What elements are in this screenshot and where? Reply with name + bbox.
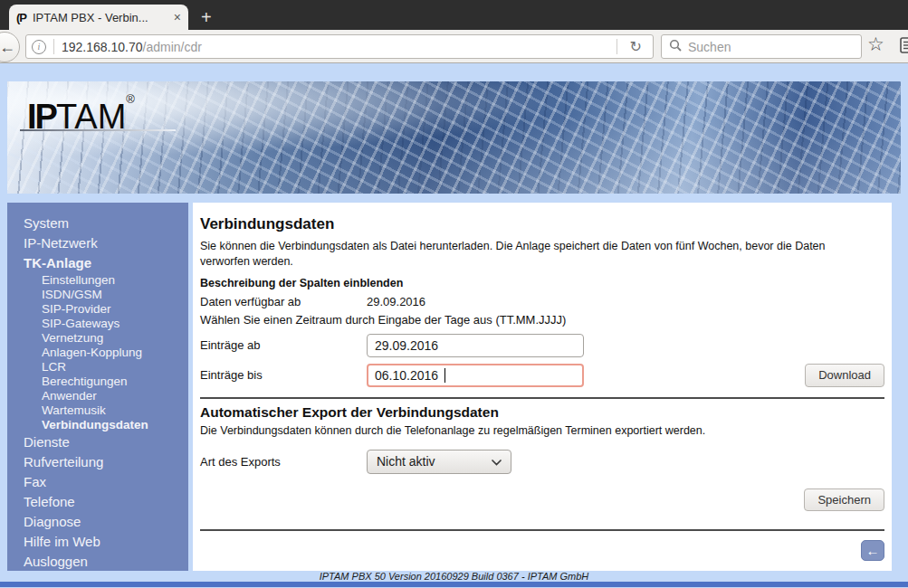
divider xyxy=(200,529,884,531)
sidebar-item-verbindungsdaten[interactable]: Verbindungsdaten xyxy=(7,418,188,432)
export-type-select[interactable]: Nicht aktiv xyxy=(367,450,511,474)
sidebar-item-berechtigungen[interactable]: Berechtigungen xyxy=(7,375,188,389)
iptam-banner: IPTAM® xyxy=(7,81,901,194)
export-type-row: Art des Exports Nicht aktiv xyxy=(200,450,884,474)
search-icon xyxy=(669,39,682,55)
tab-title: IPTAM PBX - Verbin... xyxy=(33,11,167,24)
divider xyxy=(616,39,617,54)
sidebar-item-diagnose[interactable]: Diagnose xyxy=(7,512,188,532)
logo-registered-mark: ® xyxy=(126,92,135,106)
sidebar-item-ip-netzwerk[interactable]: IP-Netzwerk xyxy=(7,233,188,253)
page-viewport: IPTAM® SystemIP-NetzwerkTK-AnlageEinstel… xyxy=(0,81,908,588)
info-icon[interactable]: i xyxy=(32,40,46,54)
sidebar-item-vernetzung[interactable]: Vernetzung xyxy=(7,331,188,346)
available-from-value: 29.09.2016 xyxy=(367,295,425,308)
export-type-label: Art des Exports xyxy=(200,455,367,469)
back-button[interactable]: ← xyxy=(0,32,20,62)
text-caret xyxy=(444,368,445,383)
url-host: 192.168.10.70 xyxy=(62,40,143,54)
browser-tab[interactable]: (P IPTAM PBX - Verbin... × xyxy=(9,5,188,30)
sidebar-item-anwender[interactable]: Anwender xyxy=(7,389,188,403)
sidebar-item-wartemusik[interactable]: Wartemusik xyxy=(7,403,188,418)
sidebar-item-rufverteilung[interactable]: Rufverteilung xyxy=(7,452,188,472)
bottom-strip xyxy=(0,582,908,587)
tab-close-icon[interactable]: × xyxy=(174,10,181,24)
toggle-column-description[interactable]: Beschreibung der Spalten einblenden xyxy=(200,277,884,289)
entries-from-input[interactable] xyxy=(367,334,584,357)
bookmarks-menu-icon[interactable] xyxy=(900,37,908,57)
entries-from-row: Einträge ab xyxy=(200,334,884,357)
sidebar-item-sip-provider[interactable]: SIP-Provider xyxy=(7,302,188,317)
export-section-title: Automatischer Export der Verbindungsdate… xyxy=(200,404,884,421)
sidebar-item-system[interactable]: System xyxy=(7,213,188,233)
download-button[interactable]: Download xyxy=(805,364,884,387)
entries-to-input[interactable] xyxy=(367,364,584,387)
iptam-favicon-icon: (P xyxy=(16,11,26,24)
reload-icon[interactable]: ↻ xyxy=(625,38,647,55)
sidebar-item-ausloggen[interactable]: Ausloggen xyxy=(7,552,188,572)
url-bar[interactable]: i 192.168.10.70/admin/cdr ↻ xyxy=(25,34,654,59)
browser-toolbar: ← i 192.168.10.70/admin/cdr ↻ Suchen ☆ xyxy=(0,30,908,63)
sidebar-item-sip-gateways[interactable]: SIP-Gateways xyxy=(7,317,188,331)
sidebar-item-einstellungen[interactable]: Einstellungen xyxy=(7,273,188,288)
sidebar: SystemIP-NetzwerkTK-AnlageEinstellungenI… xyxy=(7,203,188,571)
new-tab-button[interactable]: + xyxy=(201,5,212,29)
save-row: Speichern xyxy=(200,488,884,511)
save-button[interactable]: Speichern xyxy=(804,488,884,511)
search-box[interactable]: Suchen xyxy=(661,34,862,59)
entries-to-label: Einträge bis xyxy=(200,368,367,382)
export-description: Die Verbindungsdaten können durch die Te… xyxy=(200,424,884,437)
sidebar-item-hilfe-im-web[interactable]: Hilfe im Web xyxy=(7,532,188,552)
page-title: Verbindungsdaten xyxy=(200,215,884,233)
data-available-row: Daten verfügbar ab 29.09.2016 xyxy=(200,295,884,308)
sidebar-item-lcr[interactable]: LCR xyxy=(7,360,188,375)
back-arrow-icon: ← xyxy=(0,38,15,57)
sidebar-item-anlagen-kopplung[interactable]: Anlagen-Kopplung xyxy=(7,346,188,360)
export-type-value: Nicht aktiv xyxy=(377,454,435,469)
browser-window: (P IPTAM PBX - Verbin... × + ← i 192.168… xyxy=(0,0,908,63)
footer-version-text: IPTAM PBX 50 Version 20160929 Build 0367… xyxy=(320,571,589,582)
back-arrow-icon: ← xyxy=(866,543,880,558)
entries-to-row: Einträge bis Download xyxy=(200,364,884,387)
chevron-down-icon xyxy=(492,454,502,469)
footer-bar: IPTAM PBX 50 Version 20160929 Build 0367… xyxy=(0,571,908,582)
back-link-button[interactable]: ← xyxy=(861,540,884,561)
divider xyxy=(53,39,54,54)
available-from-label: Daten verfügbar ab xyxy=(200,295,367,308)
entries-from-label: Einträge ab xyxy=(200,338,367,352)
url-path: /admin/cdr xyxy=(143,40,202,54)
sidebar-item-tk-anlage[interactable]: TK-Anlage xyxy=(7,253,188,273)
logo-underline xyxy=(20,129,176,131)
sidebar-item-isdn-gsm[interactable]: ISDN/GSM xyxy=(7,288,188,302)
content-area: Verbindungsdaten Sie können die Verbindu… xyxy=(193,203,892,571)
sidebar-item-fax[interactable]: Fax xyxy=(7,472,188,492)
range-hint: Wählen Sie einen Zeitraum durch Eingabe … xyxy=(200,313,884,327)
divider xyxy=(200,397,884,399)
search-placeholder: Suchen xyxy=(688,40,731,54)
sidebar-item-dienste[interactable]: Dienste xyxy=(7,432,188,452)
sidebar-item-telefone[interactable]: Telefone xyxy=(7,492,188,512)
tab-bar: (P IPTAM PBX - Verbin... × + xyxy=(0,0,908,30)
bookmark-star-icon[interactable]: ☆ xyxy=(867,33,884,55)
intro-text: Sie können die Verbindungsdaten als Date… xyxy=(200,239,875,270)
